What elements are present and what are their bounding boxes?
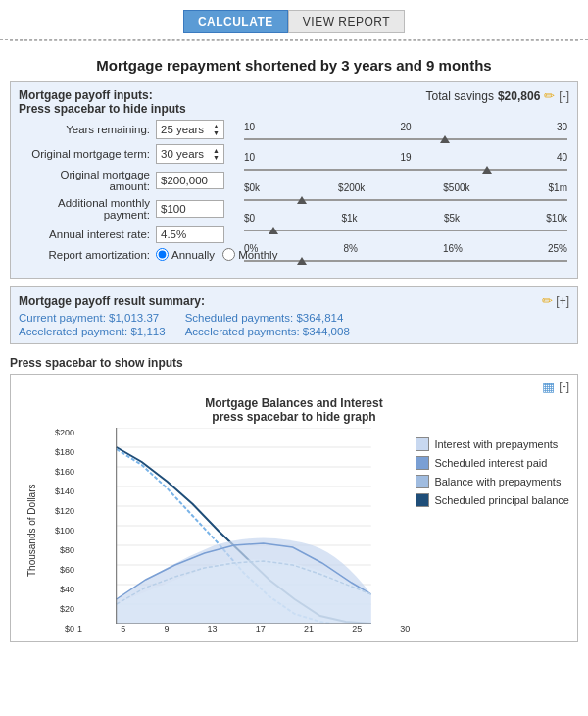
slider-years-remaining-track[interactable] (242, 132, 569, 146)
report-amort-row: Report amortization: Annually Monthly (19, 248, 234, 261)
legend-item-scheduled-interest: Scheduled interest paid (416, 456, 569, 470)
result-expand-icon[interactable]: [+] (556, 294, 569, 308)
scheduled-payments-value: $364,814 (296, 312, 343, 324)
radio-annually-input[interactable] (156, 248, 169, 261)
graph-section: ▦ [-] Mortgage Balances and Interest pre… (10, 374, 578, 642)
slider-additional-payment-thumb[interactable] (269, 227, 278, 234)
accelerated-payment-label: Accelerated payment: (19, 326, 127, 337)
y-tick-140: $140 (44, 486, 74, 496)
slider-original-term-thumb[interactable] (482, 166, 492, 174)
graph-bar-icon[interactable]: ▦ (542, 379, 555, 394)
legend-box-balance-prepayments (416, 475, 429, 488)
years-remaining-spinner[interactable]: ▲▼ (213, 123, 220, 136)
slider-mortgage-amount-track[interactable] (242, 193, 569, 207)
result-section: Mortgage payoff result summary: ✏ [+] Cu… (10, 286, 578, 344)
collapse-icon[interactable]: [-] (559, 89, 569, 103)
slider-mortgage-amount-ticks: $0k $200k $500k $1m (242, 182, 569, 193)
legend-label-balance-prepayments: Balance with prepayments (434, 476, 561, 487)
radio-annually-label: Annually (172, 249, 215, 261)
slider-additional-payment-ticks: $0 $1k $5k $10k (242, 213, 569, 224)
interest-rate-field[interactable]: 4.5% (156, 226, 224, 243)
chart-row: $200 $180 $160 $140 $120 $100 $80 $60 $4… (44, 428, 410, 634)
years-remaining-field[interactable]: 25 years ▲▼ (156, 120, 224, 139)
additional-payment-value: $100 (161, 203, 186, 215)
original-term-value: 30 years (161, 148, 204, 160)
x-tick-1: 1 (77, 624, 82, 634)
accelerated-payment: Accelerated payment: $1,113 (19, 326, 166, 337)
chart-svg (77, 428, 410, 624)
legend-label-interest-prepayments: Interest with prepayments (434, 438, 558, 450)
radio-annually[interactable]: Annually (156, 248, 215, 261)
original-term-field[interactable]: 30 years ▲▼ (156, 144, 224, 164)
legend-item-balance-prepayments: Balance with prepayments (416, 475, 569, 488)
x-tick-13: 13 (208, 624, 218, 634)
legend-item-interest-prepayments: Interest with prepayments (416, 437, 569, 451)
spacebar-hint: Press spacebar to show inputs (0, 352, 588, 374)
y-tick-40: $40 (44, 585, 74, 594)
result-title: Mortgage payoff result summary: (19, 294, 205, 308)
y-tick-20: $20 (44, 604, 74, 614)
original-term-spinner[interactable]: ▲▼ (213, 147, 220, 161)
chart-area: Thousands of Dollars $200 $180 $160 $140… (19, 428, 410, 634)
interest-rate-row: Annual interest rate: 4.5% (19, 226, 234, 243)
current-payment-value: $1,013.37 (109, 312, 159, 324)
y-tick-80: $80 (44, 545, 74, 555)
years-remaining-label: Years remaining: (19, 124, 156, 135)
view-report-button[interactable]: VIEW REPORT (288, 10, 405, 33)
slider-original-term-track[interactable] (242, 163, 569, 177)
inputs-header: Mortgage payoff inputs: Press spacebar t… (19, 88, 569, 116)
slider-mortgage-amount-thumb[interactable] (297, 196, 307, 204)
slider-years-remaining-ticks: 10 20 30 (242, 122, 569, 132)
total-savings: Total savings $20,806 ✏ [-] (426, 88, 569, 103)
headline: Mortgage repayment shortened by 3 years … (0, 47, 588, 81)
graph-container: Thousands of Dollars $200 $180 $160 $140… (19, 428, 569, 634)
years-remaining-value: 25 years (161, 124, 204, 135)
interest-rate-value: 4.5% (161, 229, 186, 240)
y-tick-60: $60 (44, 565, 74, 575)
result-edit-icon[interactable]: ✏ (542, 293, 553, 308)
legend-box-interest-prepayments (416, 437, 429, 451)
graph-title-line2: press spacebar to hide graph (19, 410, 569, 424)
legend-item-scheduled-principal: Scheduled principal balance (416, 493, 569, 507)
legend-box-scheduled-interest (416, 456, 429, 470)
total-savings-value: $20,806 (498, 89, 540, 103)
legend-label-scheduled-interest: Scheduled interest paid (434, 457, 547, 469)
y-tick-0: $0 (44, 624, 74, 634)
result-header: Mortgage payoff result summary: ✏ [+] (19, 293, 569, 308)
slider-years-remaining: 10 20 30 (242, 122, 569, 146)
slider-mortgage-amount-line (244, 199, 567, 201)
slider-years-remaining-line (244, 138, 567, 140)
years-remaining-row: Years remaining: 25 years ▲▼ (19, 120, 234, 139)
mortgage-amount-field[interactable]: $200,000 (156, 172, 224, 189)
accelerated-payments-value: $344,008 (303, 326, 350, 337)
mortgage-amount-value: $200,000 (161, 175, 208, 186)
current-payment-label: Current payment: (19, 312, 106, 324)
slider-years-remaining-thumb[interactable] (440, 135, 450, 143)
sliders-area: 10 20 30 10 19 40 (242, 120, 569, 270)
slider-original-term-line (244, 169, 567, 171)
edit-icon[interactable]: ✏ (544, 88, 555, 103)
accelerated-payments-label: Accelerated payments: (185, 326, 300, 337)
additional-payment-label: Additional monthly payment: (19, 197, 156, 221)
mortgage-amount-row: Original mortgage amount: $200,000 (19, 169, 234, 192)
inputs-left: Years remaining: 25 years ▲▼ Original mo… (19, 120, 234, 270)
legend-label-scheduled-principal: Scheduled principal balance (434, 494, 569, 506)
slider-interest-rate-thumb[interactable] (297, 257, 307, 265)
additional-payment-field[interactable]: $100 (156, 200, 224, 218)
calculate-button[interactable]: CALCULATE (183, 10, 288, 33)
graph-collapse-icon[interactable]: [-] (559, 380, 569, 393)
x-tick-30: 30 (400, 624, 410, 634)
report-amort-label: Report amortization: (19, 249, 156, 261)
inputs-grid: Years remaining: 25 years ▲▼ Original mo… (19, 120, 569, 270)
chart-with-ticks: $200 $180 $160 $140 $120 $100 $80 $60 $4… (44, 428, 410, 634)
inputs-right: 10 20 30 10 19 40 (242, 120, 569, 270)
legend-box-scheduled-principal (416, 493, 429, 507)
slider-interest-rate-track[interactable] (242, 254, 569, 268)
graph-icons: ▦ [-] (542, 379, 569, 394)
slider-original-term-ticks: 10 19 40 (242, 152, 569, 163)
current-payment: Current payment: $1,013.37 (19, 312, 166, 324)
y-tick-120: $120 (44, 506, 74, 516)
slider-mortgage-amount: $0k $200k $500k $1m (242, 182, 569, 207)
radio-monthly-input[interactable] (222, 248, 235, 261)
slider-additional-payment-track[interactable] (242, 224, 569, 237)
